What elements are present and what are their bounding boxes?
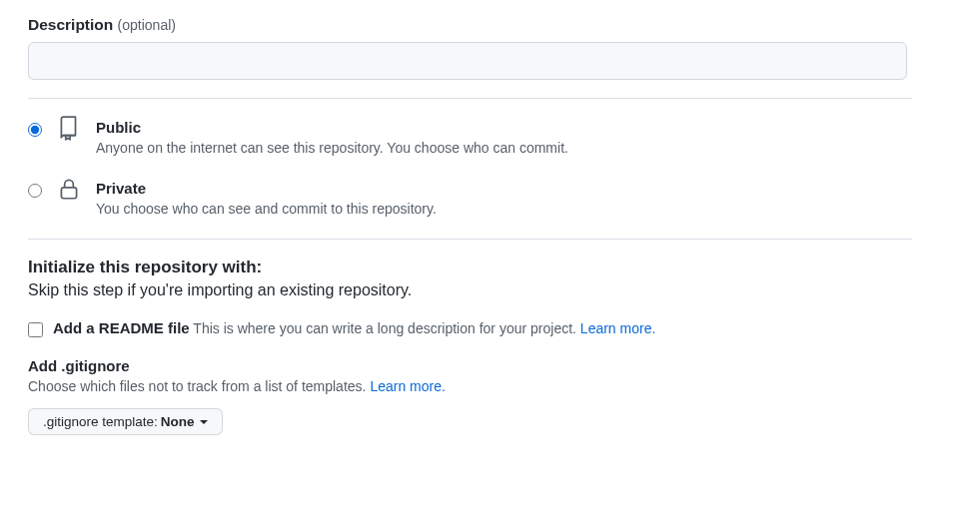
description-optional: (optional) xyxy=(118,17,176,33)
gitignore-desc: Choose which files not to track from a l… xyxy=(28,378,952,394)
description-label: Description (optional) xyxy=(28,16,952,34)
readme-label[interactable]: Add a README file This is where you can … xyxy=(53,319,655,336)
gitignore-learn-more-link[interactable]: Learn more. xyxy=(370,378,445,394)
visibility-private-row: Private You choose who can see and commi… xyxy=(28,178,952,217)
readme-desc: This is where you can write a long descr… xyxy=(193,320,655,336)
gitignore-desc-text: Choose which files not to track from a l… xyxy=(28,378,370,394)
readme-desc-text: This is where you can write a long descr… xyxy=(193,320,580,336)
visibility-public-title: Public xyxy=(96,117,568,138)
description-label-text: Description xyxy=(28,16,113,33)
initialize-header: Initialize this repository with: xyxy=(28,258,952,277)
visibility-public-radio[interactable] xyxy=(28,123,42,137)
visibility-private-radio[interactable] xyxy=(28,184,42,198)
visibility-public-desc: Anyone on the internet can see this repo… xyxy=(96,140,568,156)
visibility-private-label[interactable]: Private You choose who can see and commi… xyxy=(96,178,437,217)
visibility-public-label[interactable]: Public Anyone on the internet can see th… xyxy=(96,117,568,156)
visibility-private-desc: You choose who can see and commit to thi… xyxy=(96,201,437,217)
readme-checkbox[interactable] xyxy=(28,322,43,337)
visibility-public-row: Public Anyone on the internet can see th… xyxy=(28,117,952,156)
divider xyxy=(28,98,912,99)
description-input[interactable] xyxy=(28,42,907,80)
lock-icon xyxy=(56,176,82,205)
divider xyxy=(28,239,912,240)
gitignore-button-value: None xyxy=(161,414,195,429)
initialize-subtext: Skip this step if you're importing an ex… xyxy=(28,281,952,299)
readme-learn-more-link[interactable]: Learn more. xyxy=(580,320,655,336)
caret-down-icon xyxy=(200,420,208,424)
gitignore-template-dropdown[interactable]: .gitignore template: None xyxy=(28,408,223,435)
gitignore-header: Add .gitignore xyxy=(28,357,952,374)
gitignore-button-prefix: .gitignore template: xyxy=(43,414,158,429)
visibility-private-title: Private xyxy=(96,178,437,199)
svg-rect-0 xyxy=(61,188,76,199)
repo-icon xyxy=(56,115,82,144)
readme-title: Add a README file xyxy=(53,319,190,336)
readme-row: Add a README file This is where you can … xyxy=(28,319,952,337)
